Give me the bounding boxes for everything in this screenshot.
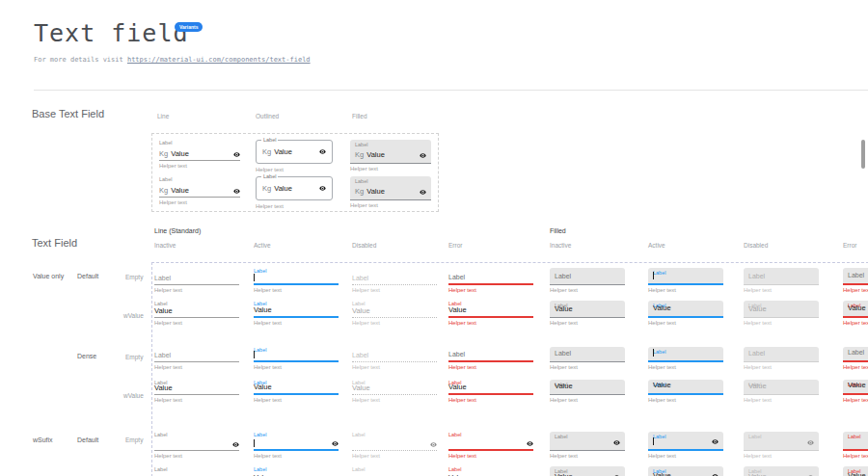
textfield-filled-inactive-wvalue[interactable]: LabelValueHelper text [550, 301, 625, 327]
textfield-filled-active-wvalue-sufix[interactable]: LabelValueHelper text [648, 466, 723, 476]
textfield-line-error-empty-sufix[interactable]: LabelHelper text [448, 432, 533, 460]
helper-text: Helper text [550, 287, 625, 294]
docs-link[interactable]: https://material-ui.com/components/text-… [127, 56, 311, 64]
textfield-line-error-empty-dense[interactable]: LabelHelper text [448, 347, 533, 371]
field-prefix: Kg [262, 185, 271, 193]
field-value: Value [555, 383, 573, 390]
field-value: Value [848, 472, 866, 476]
visibility-icon[interactable] [430, 441, 437, 448]
textfield-filled-inactive-empty-sufix[interactable]: LabelHelper text [550, 432, 625, 460]
visibility-icon[interactable] [420, 152, 426, 159]
visibility-icon[interactable] [319, 148, 326, 155]
textfield-filled-active-empty-sufix[interactable]: LabelHelper text [648, 432, 723, 460]
textfield-line-inactive-empty-dense[interactable]: LabelHelper text [154, 347, 239, 371]
visibility-icon[interactable] [712, 438, 719, 445]
textfield-filled-active-wvalue-dense[interactable]: LabelValueHelper text [648, 380, 723, 404]
helper-text: Helper text [256, 203, 333, 210]
textfield-filled-disabled-empty[interactable]: LabelHelper text [744, 268, 819, 294]
base-filled-field[interactable]: LabelKgValueHelper text [350, 176, 431, 209]
textfield-filled-error-empty-dense[interactable]: LabelHelper text [843, 347, 868, 371]
textfield-filled-error-empty-sufix[interactable]: LabelHelper text [843, 432, 868, 460]
visibility-icon[interactable] [527, 440, 533, 447]
scrollbar-thumb[interactable] [861, 140, 865, 169]
textfield-line-inactive-wvalue-sufix[interactable]: LabelValueHelper text [154, 466, 239, 476]
visibility-icon[interactable] [807, 439, 814, 446]
textfield-line-error-wvalue-dense[interactable]: LabelValueHelper text [448, 380, 533, 404]
field-label: Label [748, 434, 814, 440]
visibility-icon[interactable] [232, 441, 239, 448]
textfield-filled-active-empty-dense[interactable]: LabelHelper text [648, 347, 723, 371]
helper-text: Helper text [254, 287, 339, 294]
textfield-line-active-wvalue-dense[interactable]: LabelValueHelper text [254, 380, 339, 404]
textfield-line-disabled-empty-sufix[interactable]: LabelHelper text [352, 432, 437, 460]
visibility-icon[interactable] [233, 151, 240, 158]
textfield-line-active-empty[interactable]: LabelHelper text [254, 268, 339, 294]
textfield-filled-inactive-wvalue-dense[interactable]: LabelValueHelper text [550, 380, 625, 404]
base-filled-field[interactable]: LabelKgValueHelper text [350, 140, 431, 172]
outlined-box[interactable]: LabelKgValue [256, 176, 333, 200]
visibility-icon[interactable] [319, 185, 326, 192]
base-line-field[interactable]: LabelKgValueHelper text [159, 140, 240, 170]
textfield-line-inactive-empty[interactable]: LabelHelper text [154, 268, 239, 294]
textfield-line-disabled-empty-dense[interactable]: LabelHelper text [352, 347, 437, 371]
helper-text: Helper text [843, 397, 868, 404]
textfield-filled-active-empty[interactable]: LabelHelper text [648, 268, 723, 294]
textfield-filled-disabled-wvalue-sufix[interactable]: LabelValueHelper text [744, 466, 819, 476]
textfield-line-active-wvalue-sufix[interactable]: LabelValueHelper text [254, 466, 339, 476]
state-line-error: Error [448, 242, 462, 249]
visibility-icon[interactable] [332, 440, 339, 447]
textfield-line-disabled-wvalue-sufix[interactable]: LabelValueHelper text [352, 466, 437, 476]
field-label: Label [254, 347, 339, 354]
textfield-line-active-empty-dense[interactable]: LabelHelper text [254, 347, 339, 371]
helper-text: Helper text [350, 166, 431, 172]
textfield-line-error-empty[interactable]: LabelHelper text [448, 268, 533, 294]
textfield-filled-disabled-empty-dense[interactable]: LabelHelper text [744, 347, 819, 371]
textfield-line-disabled-wvalue-dense[interactable]: LabelValueHelper text [352, 380, 437, 404]
base-section-title: Base Text Field [32, 108, 104, 119]
textfield-filled-error-wvalue-sufix[interactable]: LabelValueHelper text [843, 466, 868, 476]
visibility-icon[interactable] [233, 188, 240, 195]
textfield-line-active-empty-sufix[interactable]: LabelHelper text [254, 432, 339, 460]
text-cursor [653, 349, 654, 357]
helper-text: Helper text [448, 320, 533, 327]
textfield-filled-error-wvalue[interactable]: LabelValueHelper text [843, 301, 868, 327]
rowvariant-default-1: Default [77, 273, 98, 279]
rowmode-wvalue-2: wValue [123, 392, 144, 399]
textfield-filled-inactive-empty[interactable]: LabelHelper text [550, 268, 625, 294]
field-value: Value [848, 382, 866, 389]
group-line-standard: Line (Standard) [154, 227, 201, 234]
field-value: Value [352, 384, 370, 392]
base-outlined-field[interactable]: LabelKgValueHelper text [256, 140, 333, 173]
textfield-filled-disabled-wvalue[interactable]: LabelValueHelper text [744, 301, 819, 327]
field-label: Label [355, 178, 426, 185]
textfield-filled-inactive-wvalue-sufix[interactable]: LabelValueHelper text [550, 466, 625, 476]
textfield-filled-error-wvalue-dense[interactable]: LabelValueHelper text [843, 380, 868, 404]
helper-text: Helper text [843, 364, 868, 371]
base-col-outlined: Outlined [256, 113, 279, 119]
textfield-line-disabled-wvalue[interactable]: LabelValueHelper text [352, 301, 437, 327]
field-value: Value [171, 187, 189, 195]
textfield-line-active-wvalue[interactable]: LabelValueHelper text [254, 301, 339, 327]
textfield-filled-disabled-wvalue-dense[interactable]: LabelValueHelper text [744, 380, 819, 404]
textfield-filled-active-wvalue[interactable]: LabelValueHelper text [648, 301, 723, 327]
textfield-line-inactive-empty-sufix[interactable]: LabelHelper text [154, 432, 239, 460]
textfield-line-error-wvalue-sufix[interactable]: LabelValueHelper text [448, 466, 533, 476]
textfield-line-inactive-wvalue-dense[interactable]: LabelValueHelper text [154, 380, 239, 404]
base-line-field[interactable]: LabelKgValueHelper text [159, 176, 240, 206]
text-field-spec-page: { "header": { "title": "Text field", "ba… [0, 0, 868, 476]
visibility-icon[interactable] [613, 439, 620, 446]
state-filled-active: Active [648, 242, 665, 249]
outlined-box[interactable]: LabelKgValue [256, 140, 333, 164]
textfield-filled-disabled-empty-sufix[interactable]: LabelHelper text [744, 432, 819, 460]
textfield-line-disabled-empty[interactable]: LabelHelper text [352, 268, 437, 294]
visibility-icon[interactable] [420, 189, 426, 196]
field-label: Label [748, 350, 765, 357]
textfield-filled-error-empty[interactable]: LabelHelper text [843, 268, 868, 294]
textfield-filled-inactive-empty-dense[interactable]: LabelHelper text [550, 347, 625, 371]
textfield-line-error-wvalue[interactable]: LabelValueHelper text [448, 301, 533, 327]
field-value: Value [653, 382, 671, 389]
field-value: Value [154, 307, 173, 315]
variants-badge[interactable]: Variants [175, 22, 203, 32]
textfield-line-inactive-wvalue[interactable]: LabelValueHelper text [154, 301, 239, 327]
base-outlined-field[interactable]: LabelKgValueHelper text [256, 176, 333, 210]
